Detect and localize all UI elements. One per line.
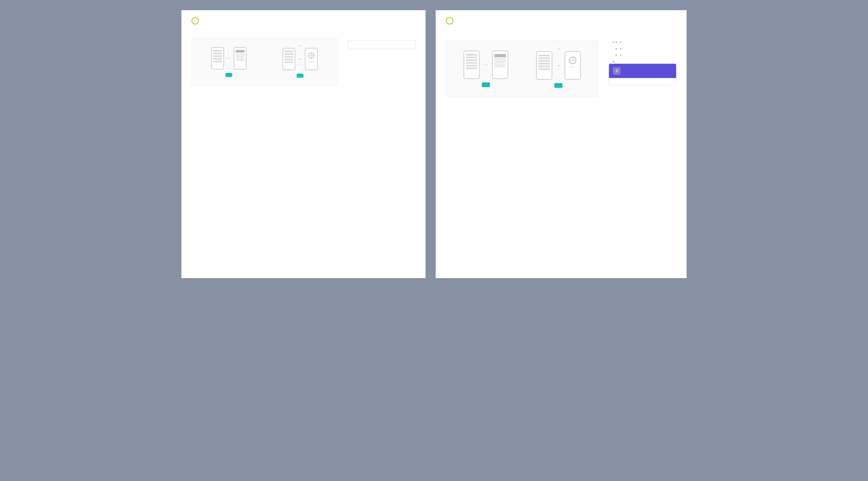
create-url-button[interactable] — [554, 83, 563, 88]
page-left: → → www — [181, 10, 426, 278]
arrow-icon: → — [556, 62, 561, 69]
collection-desc — [609, 78, 676, 85]
toc-list — [609, 40, 676, 57]
content-type-diagram: → → www — [192, 38, 337, 85]
phone-web-icon: www — [305, 48, 318, 70]
toc-subitem[interactable] — [620, 40, 676, 44]
create-custom-button[interactable] — [225, 73, 232, 77]
header-left — [192, 17, 415, 24]
diagram-custom: → — [453, 49, 519, 88]
lightning-icon: ⚡ — [613, 67, 620, 75]
create-url-button[interactable] — [297, 74, 303, 78]
diagram-url: → www — [268, 45, 332, 78]
new-badge — [299, 45, 302, 46]
logo-icon — [446, 17, 453, 24]
search-input[interactable] — [348, 40, 415, 49]
collection-card: ⚡ — [609, 63, 676, 85]
arrow-icon: → — [226, 55, 232, 61]
content-type-diagram: → → www — [446, 40, 598, 97]
arrow-icon: → — [483, 62, 489, 68]
toc-subitem[interactable] — [620, 46, 676, 51]
phone-detail-icon — [234, 47, 246, 70]
phone-list-icon — [211, 47, 224, 70]
main-column: → → www — [192, 35, 337, 91]
main-column: → → www — [446, 37, 598, 103]
create-custom-button[interactable] — [482, 82, 490, 87]
toc-item[interactable] — [613, 40, 676, 57]
phone-list-icon — [536, 51, 552, 80]
phone-list-icon — [463, 51, 480, 79]
phone-detail-icon — [492, 51, 508, 79]
new-badge — [558, 49, 560, 49]
header-right — [411, 19, 415, 23]
phone-web-icon: www — [565, 51, 581, 80]
toc-subitem[interactable] — [620, 53, 676, 57]
logo — [446, 17, 457, 24]
logo-icon — [192, 17, 199, 24]
phone-list-icon — [282, 48, 295, 70]
header-right-page — [446, 17, 676, 24]
sidebar-left — [348, 35, 415, 91]
sidebar-right: ⚡ — [609, 37, 676, 103]
collection-header[interactable]: ⚡ — [609, 64, 676, 78]
diagram-custom: → — [197, 45, 261, 78]
page-right: → → www — [436, 10, 687, 278]
logo — [192, 17, 203, 24]
diagram-url: → www — [526, 49, 591, 88]
arrow-icon: → — [297, 56, 303, 62]
